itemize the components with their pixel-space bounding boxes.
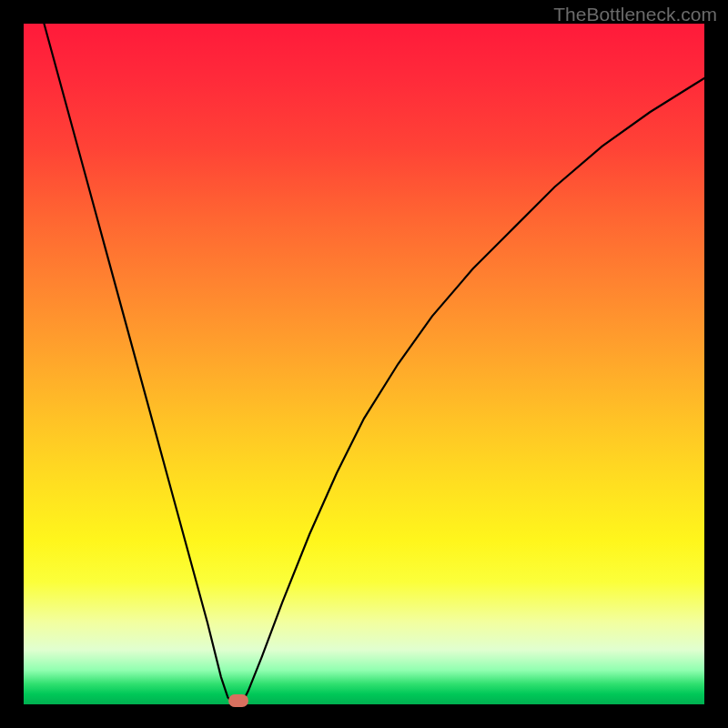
curve-left-branch bbox=[44, 24, 234, 704]
curve-right-branch bbox=[241, 78, 704, 704]
curve-svg bbox=[24, 24, 704, 704]
watermark-text: TheBottleneck.com bbox=[553, 4, 717, 25]
data-point-marker bbox=[228, 694, 248, 707]
chart-plot-area bbox=[24, 24, 704, 704]
